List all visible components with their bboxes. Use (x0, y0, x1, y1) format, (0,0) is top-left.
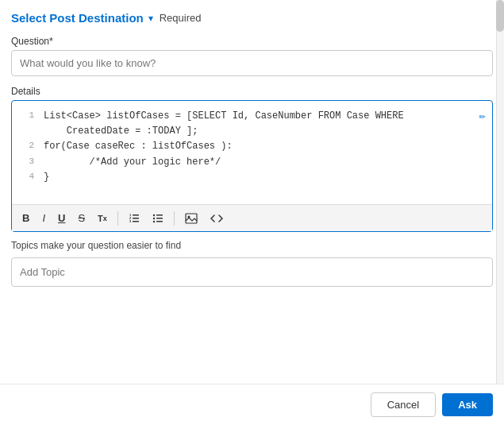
topics-label: Topics make your question easier to find (11, 240, 493, 251)
editor-toolbar: B I U S Tx 1 2 3 (12, 204, 492, 231)
code-text: CreatedDate = :TODAY ]; (44, 124, 486, 139)
code-text: } (44, 170, 486, 185)
svg-text:3: 3 (129, 219, 132, 223)
clear-format-button[interactable]: Tx (94, 211, 111, 226)
svg-rect-8 (156, 221, 163, 222)
bold-button[interactable]: B (18, 210, 33, 226)
editor-container: ✏ 1 List<Case> listOfCases = [SELECT Id,… (11, 100, 493, 232)
details-label: Details (11, 86, 493, 97)
code-line: 1 List<Case> listOfCases = [SELECT Id, C… (18, 109, 486, 124)
cancel-button[interactable]: Cancel (371, 392, 436, 417)
code-button[interactable] (206, 211, 227, 226)
main-container: Select Post Destination ▾ Required Quest… (0, 0, 504, 425)
destination-link[interactable]: Select Post Destination (11, 11, 144, 25)
svg-rect-7 (156, 218, 163, 219)
code-text-comment: /*Add your logic here*/ (44, 155, 486, 170)
footer: Cancel Ask (0, 384, 504, 425)
code-text: List<Case> listOfCases = [SELECT Id, Cas… (44, 109, 486, 124)
strikethrough-button[interactable]: S (74, 210, 89, 226)
line-number: 3 (18, 155, 34, 169)
chevron-down-icon: ▾ (148, 13, 153, 24)
line-number: 4 (18, 170, 34, 184)
svg-point-11 (153, 220, 155, 222)
code-line: 2 for(Case caseRec : listOfCases ): (18, 139, 486, 154)
topic-input[interactable] (11, 257, 493, 287)
svg-rect-6 (156, 214, 163, 216)
toolbar-separator (117, 211, 118, 226)
required-label: Required (160, 12, 202, 24)
unordered-list-button[interactable] (148, 211, 167, 226)
italic-button[interactable]: I (38, 210, 49, 226)
svg-point-9 (153, 214, 155, 215)
scrollbar-track (496, 0, 504, 389)
svg-rect-1 (133, 218, 139, 219)
svg-rect-0 (133, 214, 139, 216)
question-input[interactable] (11, 50, 493, 76)
toolbar-separator (174, 211, 175, 226)
header: Select Post Destination ▾ Required (11, 11, 493, 25)
scrollbar-thumb[interactable] (496, 0, 504, 32)
ask-button[interactable]: Ask (442, 393, 493, 416)
svg-point-10 (153, 217, 155, 218)
code-line: 4 } (18, 170, 486, 185)
svg-rect-2 (133, 221, 139, 222)
edit-icon[interactable]: ✏ (479, 107, 486, 125)
image-button[interactable] (181, 211, 202, 226)
line-number: 1 (18, 109, 34, 123)
code-line: CreatedDate = :TODAY ]; (18, 124, 486, 139)
line-number: 2 (18, 139, 34, 153)
ordered-list-button[interactable]: 1 2 3 (125, 211, 144, 226)
underline-button[interactable]: U (54, 210, 69, 226)
svg-rect-12 (186, 214, 197, 223)
question-label: Question* (11, 36, 493, 47)
code-area[interactable]: ✏ 1 List<Case> listOfCases = [SELECT Id,… (12, 101, 492, 204)
code-line: 3 /*Add your logic here*/ (18, 155, 486, 170)
code-text: for(Case caseRec : listOfCases ): (44, 139, 486, 154)
